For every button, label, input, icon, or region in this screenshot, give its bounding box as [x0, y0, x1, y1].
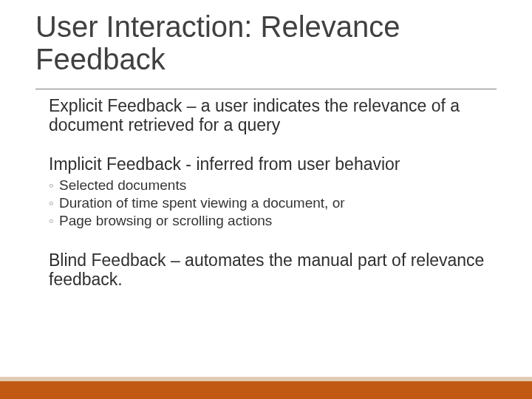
list-item: ◦Selected documents — [49, 177, 485, 194]
implicit-sub-list: ◦Selected documents ◦Duration of time sp… — [49, 177, 485, 229]
list-item-text: Page browsing or scrolling actions — [59, 213, 272, 228]
slide-title: User Interaction: Relevance Feedback — [35, 10, 494, 75]
bullet-icon: ◦ — [49, 212, 59, 230]
paragraph-implicit: Implicit Feedback - inferred from user b… — [49, 154, 485, 174]
title-underline — [35, 89, 497, 89]
slide: User Interaction: Relevance Feedback Exp… — [0, 0, 532, 399]
paragraph-explicit: Explicit Feedback – a user indicates the… — [49, 96, 485, 135]
bullet-icon: ◦ — [49, 177, 59, 194]
paragraph-blind: Blind Feedback – automates the manual pa… — [49, 250, 485, 290]
list-item: ◦Duration of time spent viewing a docume… — [49, 194, 485, 212]
list-item: ◦Page browsing or scrolling actions — [49, 212, 485, 230]
footer-stripe-dark — [0, 381, 532, 399]
bullet-icon: ◦ — [49, 194, 59, 212]
slide-body: Explicit Feedback – a user indicates the… — [49, 96, 485, 289]
list-item-text: Selected documents — [59, 177, 186, 193]
list-item-text: Duration of time spent viewing a documen… — [59, 195, 345, 211]
